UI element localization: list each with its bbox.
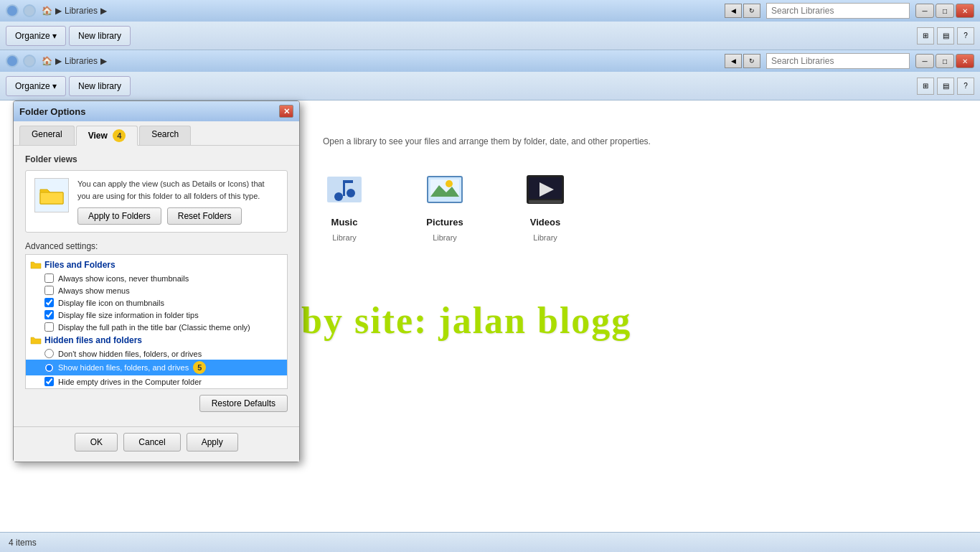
reset-folders-button[interactable]: Reset Folders: [167, 207, 242, 225]
music-library-name: Music: [331, 217, 358, 228]
pane-btn-2[interactable]: ▤: [937, 78, 954, 95]
ok-button[interactable]: OK: [75, 433, 118, 452]
settings-item-full-path[interactable]: Display the full path in the title bar (…: [26, 321, 287, 333]
settings-list-container: Files and Folders Always show icons, nev…: [25, 254, 288, 389]
files-folders-group-header: Files and Folders: [26, 258, 287, 272]
hidden-files-label: Hidden files and folders: [44, 335, 142, 345]
settings-item-icons[interactable]: Always show icons, never thumbnails: [26, 272, 287, 284]
videos-icon: [524, 168, 567, 211]
close-button-1[interactable]: ✕: [956, 4, 974, 18]
settings-list[interactable]: Files and Folders Always show icons, nev…: [26, 255, 287, 388]
pictures-library-sub: Library: [433, 233, 457, 242]
checkbox-hide-empty[interactable]: [44, 377, 54, 386]
apply-to-folders-button[interactable]: Apply to Folders: [77, 207, 161, 225]
folder-views-buttons: Apply to Folders Reset Folders: [77, 207, 278, 225]
radio-show-hidden[interactable]: [44, 363, 54, 373]
search-input-2[interactable]: [766, 53, 910, 69]
new-library-button-2[interactable]: New library: [69, 76, 131, 96]
svg-rect-3: [343, 180, 353, 183]
restore-defaults-button[interactable]: Restore Defaults: [199, 395, 288, 412]
checkbox-file-size[interactable]: [44, 310, 54, 319]
folder-views-content: You can apply the view (such as Details …: [77, 178, 278, 225]
libraries-description: Open a library to see your files and arr…: [323, 136, 651, 146]
checkbox-menus[interactable]: [44, 286, 54, 295]
toolbar-2: Organize ▾ New library ⊞ ▤ ?: [0, 72, 980, 100]
settings-item-menus[interactable]: Always show menus: [26, 284, 287, 296]
nav-refresh-btn2[interactable]: ↻: [743, 54, 760, 68]
folder-views-box: You can apply the view (such as Details …: [25, 170, 288, 233]
organize-button-1[interactable]: Organize ▾: [6, 26, 66, 46]
toolbar-1: Organize ▾ New library ⊞ ▤ ?: [0, 22, 980, 50]
music-library-sub: Library: [332, 233, 357, 242]
restore-defaults-row: Restore Defaults: [25, 395, 288, 412]
settings-item-file-icon[interactable]: Display file icon on thumbnails: [26, 296, 287, 309]
organize-button-2[interactable]: Organize ▾: [6, 76, 66, 96]
breadcrumb-arrow: ▶: [100, 6, 107, 16]
dialog-body: Folder views You can apply the view (suc…: [14, 146, 299, 426]
close-button-2[interactable]: ✕: [956, 54, 974, 68]
videos-library-name: Videos: [530, 217, 560, 228]
search-input-1[interactable]: [766, 3, 910, 19]
svg-point-1: [334, 192, 343, 201]
svg-rect-14: [40, 192, 63, 204]
folder-icon-preview: [34, 178, 69, 212]
settings-item-hide-extensions[interactable]: Hide extensions for known file types: [26, 388, 287, 388]
cancel-button[interactable]: Cancel: [123, 433, 180, 452]
maximize-button-2[interactable]: □: [936, 54, 954, 68]
library-item-pictures[interactable]: Pictures Library: [423, 168, 466, 242]
settings-item-hide-empty[interactable]: Hide empty drives in the Computer folder: [26, 375, 287, 388]
nav-back-btn2[interactable]: ◀: [725, 54, 742, 68]
status-bar: 4 items: [0, 532, 980, 552]
dialog-titlebar: Folder Options ✕: [14, 101, 299, 121]
minimize-button-2[interactable]: ─: [915, 54, 934, 68]
dialog-footer: OK Cancel Apply: [14, 426, 299, 462]
new-library-button-1[interactable]: New library: [69, 26, 131, 46]
window-icon: [6, 4, 19, 17]
library-item-music[interactable]: Music Library: [323, 168, 366, 242]
settings-item-show-hidden[interactable]: Show hidden files, folders, and drives 5: [26, 360, 287, 375]
apply-button[interactable]: Apply: [187, 433, 238, 452]
tab-view[interactable]: View 4: [76, 126, 138, 146]
settings-item-file-size[interactable]: Display file size information in folder …: [26, 309, 287, 321]
title-bar-2: 🏠 ▶ Libraries ▶ ◀ ↻ ─ □ ✕: [0, 50, 980, 72]
folder-views-section-title: Folder views: [25, 154, 288, 164]
help-btn-2[interactable]: ?: [957, 78, 974, 95]
folder-options-dialog: Folder Options ✕ General View 4 Search F…: [13, 100, 300, 462]
advanced-settings-label: Advanced settings:: [25, 241, 288, 251]
breadcrumb-home-icon: 🏠: [42, 6, 52, 16]
items-count: 4 items: [9, 538, 37, 548]
breadcrumb-libraries[interactable]: Libraries: [65, 6, 98, 16]
title-bar-1: 🏠 ▶ Libraries ▶ ◀ ↻ ─ □ ✕: [0, 0, 980, 22]
hidden-files-group-icon: [30, 335, 42, 346]
minimize-button-1[interactable]: ─: [915, 4, 934, 18]
tab-search[interactable]: Search: [139, 126, 191, 145]
maximize-button-1[interactable]: □: [936, 4, 954, 18]
dialog-close-button[interactable]: ✕: [279, 105, 293, 118]
music-icon: [323, 168, 366, 211]
view-icon-btn-2[interactable]: ⊞: [917, 78, 934, 95]
nav-refresh-btn[interactable]: ↻: [743, 4, 760, 18]
library-item-videos[interactable]: Videos Library: [524, 168, 567, 242]
videos-library-sub: Library: [533, 233, 557, 242]
radio-dont-show[interactable]: [44, 349, 54, 358]
breadcrumb-arrow2: ▶: [100, 56, 107, 66]
tab-general[interactable]: General: [19, 126, 75, 145]
checkbox-full-path[interactable]: [44, 322, 54, 332]
pictures-library-name: Pictures: [426, 217, 463, 228]
window-icon3: [6, 55, 19, 67]
show-hidden-badge: 5: [193, 361, 206, 374]
pictures-icon: [423, 168, 466, 211]
window-icon4: [23, 55, 36, 67]
files-folders-label: Files and Folders: [44, 260, 116, 270]
pane-btn-1[interactable]: ▤: [937, 27, 954, 45]
settings-item-dont-show[interactable]: Don't show hidden files, folders, or dri…: [26, 347, 287, 360]
svg-point-9: [446, 180, 453, 187]
nav-back-btn[interactable]: ◀: [725, 4, 742, 18]
checkbox-icons[interactable]: [44, 273, 54, 283]
breadcrumb-libraries2[interactable]: Libraries: [65, 56, 98, 66]
svg-rect-13: [529, 200, 562, 203]
checkbox-file-icon[interactable]: [44, 298, 54, 307]
view-icon-btn-1[interactable]: ⊞: [917, 27, 934, 45]
help-btn-1[interactable]: ?: [957, 27, 974, 45]
dialog-title: Folder Options: [19, 106, 85, 117]
